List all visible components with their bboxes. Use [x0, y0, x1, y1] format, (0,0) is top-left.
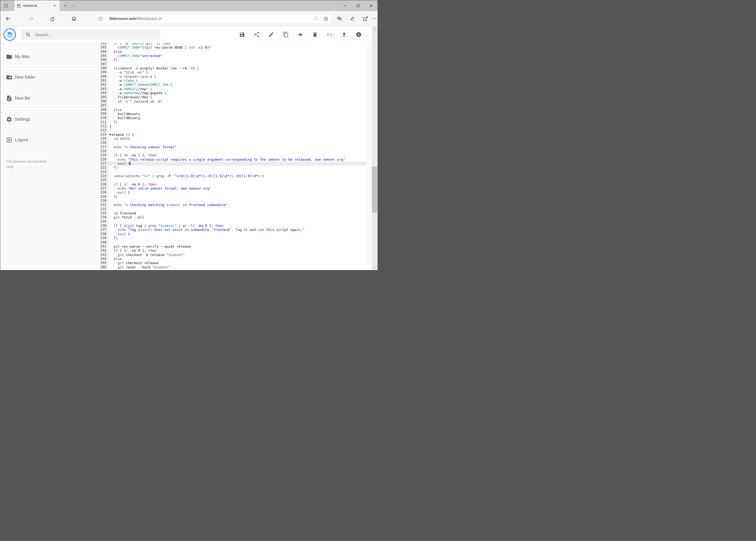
tab-wizard-sh[interactable]: wizard.sh ✕	[14, 0, 60, 11]
line-number: 247	[101, 269, 108, 270]
line-number: 200	[101, 75, 108, 79]
tab-list-chevron-icon[interactable]	[70, 0, 78, 11]
back-button[interactable]	[3, 14, 13, 24]
line-content: -e COMMIT_SHA=$COMMIT_SHA \	[108, 83, 367, 87]
line-number: 192	[101, 43, 108, 45]
line-number: 225	[101, 178, 108, 182]
home-button[interactable]	[69, 14, 79, 24]
sidebar-item-logout[interactable]: Logout	[1, 134, 101, 146]
filebrowser-header	[1, 26, 373, 43]
indent-guide	[114, 265, 114, 269]
code-line-216: 216	[101, 141, 367, 145]
line-content: -w //src \	[108, 79, 367, 83]
info-button[interactable]	[356, 32, 362, 38]
line-content	[108, 128, 367, 132]
hub-favorites-button[interactable]	[335, 14, 345, 24]
line-number: 236	[101, 224, 108, 228]
line-number: 221	[101, 162, 108, 166]
sidebar-item-label: New folder	[15, 75, 35, 80]
forward-button[interactable]	[26, 14, 36, 24]
line-content: $(command -v winpty) docker run --rm -it…	[108, 66, 367, 70]
line-number: 210	[101, 116, 108, 120]
line-number: 213	[101, 128, 108, 132]
logout-icon	[6, 137, 15, 143]
address-bar[interactable]: filebrowser.web/files/wizard.sh	[95, 14, 332, 24]
minimize-button[interactable]	[339, 0, 352, 11]
line-content: sh -c "./wizard.sh -b"	[108, 99, 367, 104]
floppy-disk-icon	[6, 31, 14, 38]
search-input[interactable]	[35, 32, 160, 37]
download-button[interactable]	[341, 32, 347, 38]
delete-button[interactable]	[312, 32, 318, 38]
code-button[interactable]	[327, 32, 333, 38]
line-number: 219	[101, 153, 108, 157]
line-number: 214	[101, 133, 108, 137]
line-content: git checkout release	[108, 261, 367, 265]
line-number: 197	[101, 62, 108, 66]
refresh-button[interactable]	[47, 14, 57, 24]
close-button[interactable]	[365, 0, 378, 11]
code-line-230: 230	[101, 199, 367, 203]
code-line-217: 217 echo "> Checking semver format"	[101, 145, 367, 149]
more-options-button[interactable]	[372, 14, 378, 24]
line-content: else	[108, 108, 367, 112]
tab-close-icon[interactable]: ✕	[52, 3, 57, 8]
favorites-star-icon[interactable]	[321, 14, 331, 24]
line-content	[108, 149, 367, 153]
line-number: 246	[101, 265, 108, 269]
sidebar-item-label: New file	[15, 96, 30, 101]
share-button[interactable]	[254, 32, 260, 38]
sidebar-item-my-files[interactable]: My files	[1, 50, 101, 63]
save-button[interactable]	[239, 32, 245, 38]
line-content: fi	[108, 236, 367, 240]
line-content: }	[108, 124, 367, 128]
sidebar-item-new-folder[interactable]: New folder	[1, 71, 101, 84]
line-number: 224	[101, 174, 108, 178]
line-content: if [ $# -ne 1 ]; then	[108, 153, 367, 157]
line-content: semver=$(echo "$1" | grep -P '^v(0|[1-9]…	[108, 174, 367, 178]
tab-preview-button[interactable]	[1, 0, 11, 11]
code-line-233: 233 cd frontend	[101, 211, 367, 215]
maximize-button[interactable]	[352, 0, 365, 11]
indent-guide	[114, 99, 114, 104]
move-button[interactable]	[297, 32, 303, 38]
line-number: 232	[101, 207, 108, 211]
line-number: 238	[101, 232, 108, 236]
line-number: 228	[101, 191, 108, 195]
code-line-229: 229 fi	[101, 195, 367, 199]
code-line-204: 204 -e GOPATH=//tmp/gopath \	[101, 91, 367, 95]
code-editor[interactable]: 192 if [ -d "$REPO/.git" ]; then193 COMM…	[101, 43, 367, 270]
code-line-192: 192 if [ -d "$REPO/.git" ]; then	[101, 43, 367, 45]
copy-button[interactable]	[283, 32, 289, 38]
sidebar-item-new-file[interactable]: New file	[1, 92, 101, 105]
scroll-up-icon[interactable]	[372, 26, 377, 32]
indent-guide	[114, 70, 114, 74]
line-number: 194	[101, 50, 108, 54]
filebrowser-logo[interactable]	[4, 28, 16, 41]
delete-icon	[312, 32, 318, 38]
line-content: -u "$(id -u)" \	[108, 70, 367, 74]
line-content	[108, 199, 367, 203]
line-number: 208	[101, 108, 108, 112]
move-icon	[297, 32, 303, 38]
code-line-236: 236 if [ $(git tag | grep "$semver" | wc…	[101, 224, 367, 228]
sidebar: File Browser v(untracked) Help My filesN…	[1, 43, 101, 270]
sidebar-item-settings[interactable]: Settings	[1, 113, 101, 126]
site-info-icon[interactable]	[95, 14, 106, 24]
code-line-247: 247 fi	[101, 269, 367, 270]
line-content: else	[108, 257, 367, 261]
edit-button[interactable]	[268, 32, 274, 38]
line-content: fi	[108, 166, 367, 170]
page-scrollbar[interactable]	[372, 26, 377, 270]
scroll-down-icon[interactable]	[372, 265, 377, 270]
code-line-238: 238 exit 1	[101, 232, 367, 236]
share-button[interactable]	[360, 14, 371, 24]
new-tab-button[interactable]: +	[61, 0, 70, 11]
indent-guide	[114, 116, 114, 120]
line-content: release () {	[108, 133, 367, 137]
reading-view-icon[interactable]	[311, 14, 321, 24]
help-link[interactable]: Help	[6, 165, 14, 169]
code-line-210: 210 buildBinary	[101, 116, 367, 120]
scrollbar-thumb[interactable]	[372, 167, 377, 213]
web-note-pen-button[interactable]	[347, 14, 358, 24]
